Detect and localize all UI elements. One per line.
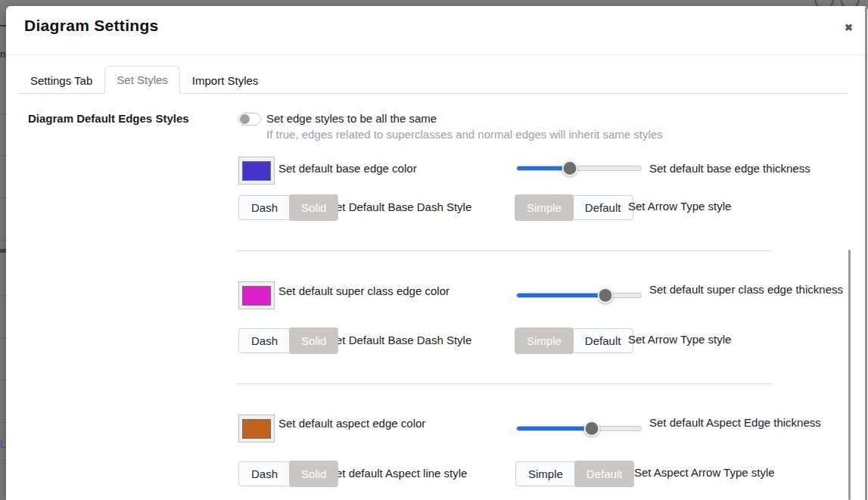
aspect-arrow-type-label: Set Aspect Arrow Type style: [634, 466, 775, 479]
tab-import-styles[interactable]: Import Styles: [180, 67, 271, 94]
base-edge-thickness-slider[interactable]: [516, 160, 642, 176]
super-class-dash-style-group: Dash Solid: [238, 328, 338, 353]
tab-set-styles[interactable]: Set Styles: [104, 66, 180, 94]
aspect-edge-thickness-label: Set default Aspect Edge thickness: [649, 416, 821, 429]
arrow-type-button-default[interactable]: Default: [573, 328, 634, 353]
screen: { "background": { "fragment_ns": "ns", "…: [0, 0, 868, 500]
arrow-type-button-simple[interactable]: Simple: [515, 194, 574, 221]
super-class-edge-color-swatch[interactable]: [238, 281, 275, 309]
slider-fill: [517, 293, 605, 297]
slider-fill: [517, 427, 591, 430]
toggle-label: Set edge styles to be all the same: [266, 112, 437, 125]
same-styles-toggle[interactable]: [238, 113, 261, 126]
super-class-edge-thickness-slider[interactable]: [516, 287, 642, 303]
diagram-settings-modal: Diagram Settings ✖ Settings Tab Set Styl…: [6, 6, 868, 500]
section-divider: [237, 384, 773, 384]
super-class-edge-color-value: [242, 286, 271, 306]
aspect-dash-style-group: Dash Solid: [238, 461, 338, 486]
aspect-arrow-type-group: Simple Default: [515, 461, 633, 486]
super-class-edge-thickness-label: Set default super class edge thickness: [649, 283, 843, 296]
toggle-knob: [240, 114, 250, 124]
aspect-edge-color-swatch[interactable]: [238, 415, 275, 443]
window-scrollbar-edge: [865, 8, 867, 500]
slider-thumb[interactable]: [597, 287, 613, 303]
base-edge-color-value: [242, 161, 271, 181]
header-divider: [6, 54, 868, 55]
base-dash-style-group: Dash Solid: [238, 195, 338, 220]
modal-title: Diagram Settings: [24, 17, 159, 35]
section-divider: [237, 250, 773, 251]
dash-style-button-dash[interactable]: Dash: [238, 461, 290, 486]
base-arrow-type-group: Simple Default: [515, 195, 633, 220]
super-class-edge-color-label: Set default super class edge color: [278, 284, 450, 297]
super-class-arrow-type-group: Simple Default: [515, 328, 633, 353]
dash-style-button-dash[interactable]: Dash: [238, 195, 290, 220]
arrow-type-button-default[interactable]: Default: [574, 461, 635, 487]
arrow-type-button-default[interactable]: Default: [573, 195, 634, 220]
arrow-type-button-simple[interactable]: Simple: [515, 461, 575, 486]
aspect-dash-style-label: Set default Aspect line style: [328, 467, 467, 480]
base-arrow-type-label: Set Arrow Type style: [628, 200, 731, 213]
tab-bar: Settings Tab Set Styles Import Styles: [18, 65, 848, 94]
dash-style-button-dash[interactable]: Dash: [238, 328, 290, 353]
close-icon[interactable]: ✖: [845, 23, 853, 33]
slider-thumb[interactable]: [583, 421, 599, 436]
base-edge-thickness-label: Set default base edge thickness: [649, 162, 810, 175]
dash-style-button-solid[interactable]: Solid: [289, 328, 338, 354]
slider-track: [516, 166, 642, 171]
base-edge-color-swatch[interactable]: [238, 157, 275, 185]
tab-settings[interactable]: Settings Tab: [18, 67, 104, 94]
backdrop-text-fragment: L: [0, 439, 5, 450]
toggle-help-text: If true, edges related to superclasses a…: [266, 128, 663, 141]
slider-track: [516, 426, 642, 431]
section-label: Diagram Default Edges Styles: [28, 112, 189, 125]
base-edge-color-label: Set default base edge color: [278, 162, 417, 175]
dash-style-button-solid[interactable]: Solid: [289, 194, 338, 221]
base-dash-style-label: Set Default Base Dash Style: [328, 200, 471, 213]
super-class-dash-style-label: Set Default Base Dash Style: [328, 334, 471, 346]
super-class-arrow-type-label: Set Arrow Type style: [628, 333, 731, 346]
aspect-edge-thickness-slider[interactable]: [516, 421, 642, 436]
dash-style-button-solid[interactable]: Solid: [289, 461, 338, 487]
aspect-edge-color-value: [242, 419, 271, 439]
modal-scrollbar-thumb[interactable]: [848, 250, 851, 500]
arrow-type-button-simple[interactable]: Simple: [515, 328, 574, 354]
slider-thumb[interactable]: [562, 160, 578, 176]
slider-track: [516, 293, 642, 298]
aspect-edge-color-label: Set default aspect edge color: [278, 417, 425, 430]
